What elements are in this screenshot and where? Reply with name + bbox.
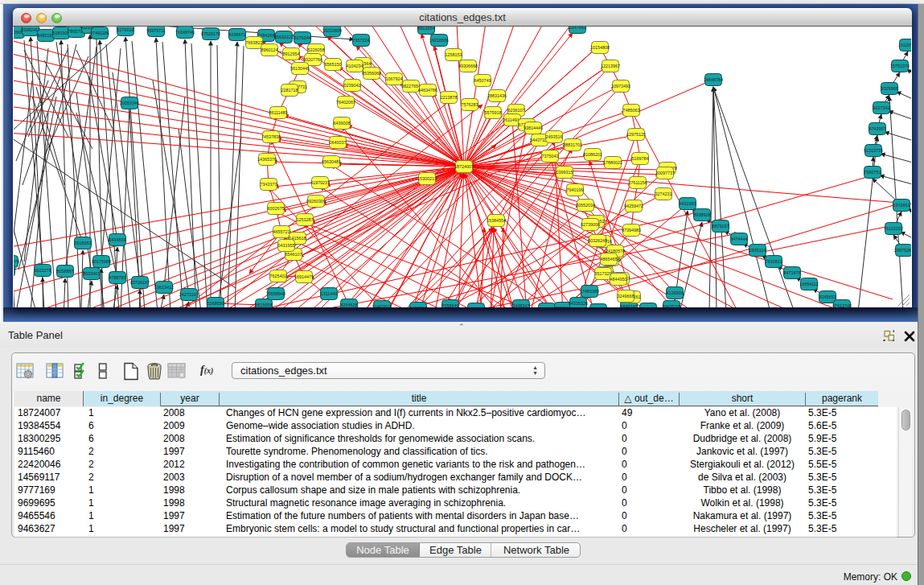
svg-text:0018263: 0018263 (75, 241, 92, 245)
svg-text:2281718: 2281718 (281, 88, 298, 93)
svg-text:7058649: 7058649 (442, 303, 459, 307)
svg-text:8058887: 8058887 (57, 269, 74, 274)
svg-text:80175989: 80175989 (92, 259, 111, 264)
svg-text:4104234: 4104234 (347, 64, 363, 68)
svg-text:4431982: 4431982 (680, 201, 696, 206)
svg-text:87394983: 87394983 (622, 228, 641, 233)
svg-text:55979711: 55979711 (146, 28, 166, 33)
svg-text:4743957: 4743957 (869, 126, 886, 131)
svg-text:5517329: 5517329 (595, 271, 612, 276)
svg-text:6879197: 6879197 (713, 224, 729, 229)
svg-text:85356068: 85356068 (362, 71, 381, 76)
svg-text:8471676: 8471676 (784, 270, 801, 275)
svg-text:27611256: 27611256 (628, 180, 647, 185)
svg-text:49306668: 49306668 (458, 64, 478, 68)
svg-text:7576283: 7576283 (462, 102, 478, 107)
svg-text:7343373: 7343373 (261, 182, 277, 187)
svg-text:74537838: 74537838 (261, 134, 281, 139)
svg-text:7625402: 7625402 (270, 274, 287, 278)
svg-text:1253287: 1253287 (297, 217, 314, 222)
svg-text:1419314: 1419314 (410, 306, 427, 307)
svg-text:2213878: 2213878 (441, 95, 458, 100)
svg-text:30552034: 30552034 (576, 203, 595, 208)
svg-text:6565150: 6565150 (325, 62, 342, 67)
svg-text:0431955: 0431955 (278, 243, 295, 248)
svg-text:10654112: 10654112 (799, 282, 819, 286)
svg-text:5575918: 5575918 (485, 110, 502, 115)
svg-text:2047682: 2047682 (569, 27, 586, 30)
svg-text:4236671: 4236671 (229, 32, 246, 37)
svg-text:9245652: 9245652 (819, 295, 836, 299)
svg-text:7940199: 7940199 (567, 187, 584, 192)
svg-text:16914479: 16914479 (294, 274, 314, 279)
svg-text:07413748: 07413748 (832, 303, 852, 307)
svg-text:29975288: 29975288 (894, 248, 911, 253)
svg-text:86111489: 86111489 (269, 110, 287, 115)
svg-text:60207764: 60207764 (303, 57, 322, 62)
svg-text:12213967: 12213967 (601, 64, 620, 68)
svg-text:71049746: 71049746 (175, 30, 195, 35)
svg-text:15751074: 15751074 (890, 64, 910, 68)
svg-text:7632821: 7632821 (766, 259, 782, 264)
svg-text:3274231: 3274231 (655, 192, 672, 196)
svg-text:4844950: 4844950 (610, 277, 627, 282)
svg-text:5276018: 5276018 (117, 27, 134, 32)
svg-text:0399315: 0399315 (556, 170, 573, 175)
svg-text:4264628: 4264628 (341, 303, 358, 307)
svg-text:0831240: 0831240 (468, 307, 485, 307)
svg-text:94259472: 94259472 (624, 204, 643, 208)
svg-text:3079244: 3079244 (294, 35, 311, 40)
svg-text:93814449: 93814449 (524, 126, 543, 130)
svg-text:5169784: 5169784 (632, 156, 649, 161)
svg-text:02739000: 02739000 (581, 222, 600, 227)
svg-text:30435205: 30435205 (662, 304, 681, 307)
svg-text:7357224: 7357224 (353, 38, 370, 43)
svg-text:13120571: 13120571 (898, 43, 911, 47)
svg-text:81086201: 81086201 (583, 152, 602, 157)
svg-text:9482199: 9482199 (38, 33, 55, 38)
svg-text:1311440: 1311440 (321, 291, 338, 296)
svg-text:84335326: 84335326 (569, 301, 588, 306)
svg-text:6372651: 6372651 (893, 203, 910, 208)
svg-text:1067924: 1067924 (386, 76, 403, 81)
svg-text:9474444: 9474444 (731, 237, 748, 241)
svg-text:51402614: 51402614 (372, 304, 392, 307)
svg-text:56130445: 56130445 (290, 66, 310, 71)
svg-text:2493516: 2493516 (546, 134, 563, 139)
svg-text:19218506: 19218506 (429, 38, 449, 43)
svg-text:38831701: 38831701 (563, 142, 582, 147)
svg-text:10154808: 10154808 (590, 45, 610, 50)
svg-text:9329966: 9329966 (881, 86, 898, 91)
svg-text:20097737: 20097737 (655, 171, 675, 175)
svg-text:5181909: 5181909 (53, 31, 70, 35)
svg-text:4504000: 4504000 (539, 307, 556, 307)
svg-text:6236107: 6236107 (508, 108, 525, 113)
svg-text:50326245: 50326245 (588, 238, 607, 243)
svg-text:5515058: 5515058 (256, 303, 273, 307)
svg-text:5226058: 5226058 (308, 47, 325, 52)
svg-text:51313735: 51313735 (864, 148, 883, 153)
svg-text:8912954: 8912954 (283, 51, 300, 56)
svg-text:16033809: 16033809 (322, 28, 342, 33)
svg-text:20053346: 20053346 (120, 101, 139, 105)
svg-text:6439008: 6439008 (334, 121, 351, 126)
svg-text:82828807: 82828807 (14, 268, 16, 273)
svg-text:8813054: 8813054 (418, 27, 435, 31)
svg-text:10973493: 10973493 (611, 84, 630, 89)
svg-text:1258153: 1258153 (446, 52, 462, 57)
svg-text:18724007: 18724007 (454, 164, 474, 169)
svg-text:4788783: 4788783 (109, 275, 126, 280)
svg-text:76122202: 76122202 (884, 226, 903, 231)
svg-text:3268656: 3268656 (207, 301, 224, 306)
svg-text:0640037: 0640037 (330, 140, 347, 145)
svg-text:22470455: 22470455 (639, 307, 658, 307)
svg-text:7663822: 7663822 (246, 40, 263, 45)
svg-text:65630481: 65630481 (322, 159, 341, 164)
svg-text:41979237: 41979237 (310, 180, 330, 185)
svg-text:76402067: 76402067 (336, 100, 355, 105)
svg-text:8960124: 8960124 (261, 47, 278, 52)
svg-text:07529170: 07529170 (201, 31, 220, 36)
svg-text:6849340: 6849340 (621, 304, 638, 307)
svg-text:6002675: 6002675 (268, 206, 285, 211)
svg-text:70658948: 70658948 (266, 291, 285, 296)
